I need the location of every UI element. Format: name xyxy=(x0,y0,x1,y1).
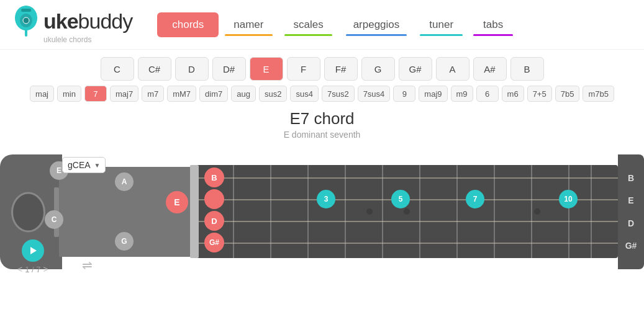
mod-maj7[interactable]: maj7 xyxy=(110,86,138,102)
tuning-arrow: ▼ xyxy=(94,162,101,169)
key-row: C C# D D# E F F# G G# A A# B xyxy=(0,50,644,83)
chord-name: E7 chord xyxy=(0,109,644,128)
play-icon xyxy=(29,246,37,255)
chord-dot-7: 7 xyxy=(466,190,484,208)
key-Fs[interactable]: F# xyxy=(324,57,358,81)
svg-point-2 xyxy=(23,17,29,24)
mod-dim7[interactable]: dim7 xyxy=(199,86,228,102)
arpeggios-underline xyxy=(346,34,407,36)
key-G[interactable]: G xyxy=(361,57,395,81)
mod-sus2[interactable]: sus2 xyxy=(259,86,287,102)
mod-m7[interactable]: m7 xyxy=(142,86,164,102)
key-Ds[interactable]: D# xyxy=(212,57,246,81)
chord-dot-B-fret1: B xyxy=(204,167,224,187)
mod-maj9[interactable]: maj9 xyxy=(419,86,447,102)
open-dot-G: G xyxy=(115,232,134,251)
open-dot-A: A xyxy=(115,172,134,191)
tuning-value: gCEA xyxy=(68,160,91,170)
nav-namer[interactable]: namer xyxy=(219,12,278,37)
chord-dot-3: 3 xyxy=(317,190,335,208)
main-nav: chords namer scales arpeggios tuner tabs xyxy=(157,12,518,37)
nav-tabs[interactable]: tabs xyxy=(468,12,518,37)
key-C[interactable]: C xyxy=(101,57,134,81)
key-D[interactable]: D xyxy=(175,57,209,81)
play-button[interactable] xyxy=(22,239,44,262)
mod-m7b5[interactable]: m7b5 xyxy=(583,86,614,102)
nav-tuner[interactable]: tuner xyxy=(414,12,468,37)
string-end-B: B xyxy=(628,173,634,183)
string-end-E: E xyxy=(628,195,633,205)
logo-subtitle: ukulele chords xyxy=(43,35,132,44)
mod-7[interactable]: 7 xyxy=(84,86,107,102)
prev-button[interactable]: < xyxy=(17,264,22,274)
mod-m9[interactable]: m9 xyxy=(451,86,473,102)
uke-nut xyxy=(190,165,199,258)
tuning-selector[interactable]: gCEA ▼ xyxy=(62,157,106,173)
uke-icon xyxy=(11,6,41,38)
nav-scales[interactable]: scales xyxy=(278,12,338,37)
key-F[interactable]: F xyxy=(287,57,320,81)
modifier-row: maj min 7 maj7 m7 mM7 dim7 aug sus2 sus4… xyxy=(0,83,644,107)
tabs-underline xyxy=(473,34,513,36)
svg-rect-3 xyxy=(25,29,27,37)
mod-m6[interactable]: m6 xyxy=(502,86,524,102)
key-Gs[interactable]: G# xyxy=(399,57,432,81)
string-end-Gs: G# xyxy=(625,241,637,251)
play-controls: < 1 / 7 > xyxy=(17,239,48,274)
string-end-labels: B E D G# xyxy=(618,154,644,269)
key-B[interactable]: B xyxy=(510,57,544,81)
chord-dot-10: 10 xyxy=(559,190,578,208)
logo: ukebuddy ukulele chords xyxy=(11,6,132,44)
swap-icon[interactable]: ⇌ xyxy=(82,257,93,272)
scales-underline xyxy=(284,34,332,36)
mod-6[interactable]: 6 xyxy=(476,86,499,102)
nav-chords[interactable]: chords xyxy=(157,12,219,37)
key-A[interactable]: A xyxy=(436,57,469,81)
nut-dot-E: E xyxy=(166,191,188,213)
string-end-D: D xyxy=(628,218,634,228)
chord-dot-D-fret1: D xyxy=(204,211,224,231)
chord-title-area: E7 chord E dominant seventh xyxy=(0,109,644,140)
mod-mM7[interactable]: mM7 xyxy=(167,86,196,102)
svg-rect-4 xyxy=(21,9,31,12)
key-E[interactable]: E xyxy=(250,57,283,81)
next-button[interactable]: > xyxy=(43,264,48,274)
mod-7sus4[interactable]: 7sus4 xyxy=(358,86,391,102)
uke-fretboard: B D G# 3 5 7 10 xyxy=(196,165,618,258)
mod-sus4[interactable]: sus4 xyxy=(290,86,318,102)
mod-min[interactable]: min xyxy=(57,86,81,102)
position-indicator: 1 / 7 xyxy=(25,265,40,274)
mod-9[interactable]: 9 xyxy=(393,86,415,102)
chord-dot-5: 5 xyxy=(391,190,410,208)
open-dot-C: C xyxy=(45,210,63,229)
mod-7b5[interactable]: 7b5 xyxy=(555,86,580,102)
tuner-underline xyxy=(420,34,463,36)
fretboard-container: B D G# 3 5 7 10 B E D G# E A E C G < xyxy=(0,143,644,280)
mod-maj[interactable]: maj xyxy=(30,86,54,102)
namer-underline xyxy=(225,34,273,36)
svg-marker-5 xyxy=(30,247,37,254)
nav-arpeggios[interactable]: arpeggios xyxy=(338,12,415,37)
chord-dot-Gs-fret1: G# xyxy=(204,233,224,252)
mod-7sus2[interactable]: 7sus2 xyxy=(322,86,355,102)
mod-aug[interactable]: aug xyxy=(231,86,256,102)
key-Cs[interactable]: C# xyxy=(138,57,171,81)
key-As[interactable]: A# xyxy=(473,57,507,81)
mod-7p5[interactable]: 7+5 xyxy=(527,86,552,102)
chord-full-name: E dominant seventh xyxy=(0,130,644,140)
chord-dot-E-fret1 xyxy=(204,189,224,209)
nav-control-row: < 1 / 7 > xyxy=(17,264,48,274)
logo-text: ukebuddy xyxy=(43,9,132,33)
